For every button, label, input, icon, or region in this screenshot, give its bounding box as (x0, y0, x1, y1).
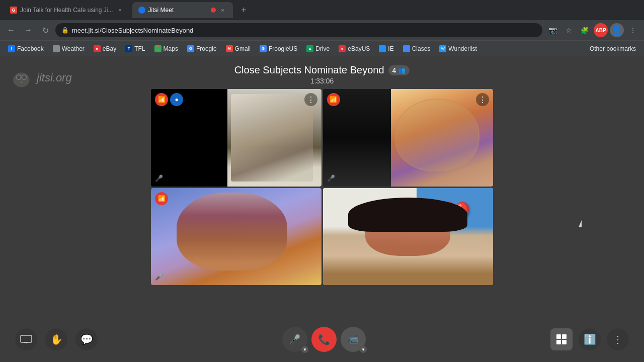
participant-count-badge[interactable]: 4 👥 (388, 65, 410, 75)
chat-button[interactable]: 💬 (75, 328, 98, 350)
adblock-icon[interactable]: ABP (594, 23, 608, 37)
meeting-title-text: Close Subjects Nominate Beyond (234, 64, 384, 76)
tab-jitsi-label: Jitsi Meet (148, 7, 208, 14)
svg-point-0 (13, 73, 29, 87)
hangup-icon: 📞 (318, 333, 331, 345)
address-bar[interactable]: 🔒 meet.jit.si/CloseSubjectsNominateBeyon… (55, 23, 542, 37)
share-screen-button[interactable] (15, 328, 37, 350)
video-cell-2: 📶 ⋮ 🎤 (323, 89, 494, 187)
more-options-button[interactable]: ⋮ (607, 328, 629, 350)
bookmark-ebayus[interactable]: e eBayUS (335, 44, 374, 53)
cell3-signal-icon: 📶 (155, 192, 168, 205)
mouse-cursor (579, 220, 585, 229)
extensions-icon[interactable]: 🧩 (578, 23, 592, 37)
cell2-signal-icon: 📶 (327, 93, 340, 106)
cell2-mic-off-icon: 🎤 (327, 174, 335, 182)
tab-jitsi-close[interactable]: × (219, 6, 227, 14)
tab-bar: G Join Talk for Health Cafe using Ji... … (0, 0, 644, 20)
cell2-more-button[interactable]: ⋮ (476, 93, 489, 106)
hangup-button[interactable]: 📞 (311, 327, 337, 352)
meeting-timer: 1:33:06 (310, 77, 334, 85)
toolbar-actions: 📷 ☆ 🧩 ABP 👤 ⋮ (545, 23, 640, 37)
bookmark-froogleus[interactable]: G FroogleUS (256, 44, 301, 53)
bookmark-froogle[interactable]: G Froogle (183, 44, 221, 53)
svg-rect-12 (562, 340, 567, 344)
tab-jitsi[interactable]: Jitsi Meet × (132, 2, 233, 18)
meeting-title-row: Close Subjects Nominate Beyond 4 👥 (234, 64, 410, 76)
toolbar-right: ℹ️ ⋮ (550, 328, 629, 350)
tab-gmail[interactable]: G Join Talk for Health Cafe using Ji... … (4, 2, 130, 18)
user-icon[interactable]: 👤 (610, 23, 624, 37)
bookmarks-bar: f Facebook Weather e eBay T TFL 📍 Maps G… (0, 40, 644, 56)
bookmark-ebay[interactable]: e eBay (90, 44, 120, 53)
bookmark-wunderlist[interactable]: W Wunderlist (435, 44, 480, 53)
camera-button[interactable]: 📹 ▼ (341, 327, 366, 352)
cell1-signal-icon: 📶 (155, 93, 168, 106)
camera-dropdown-arrow[interactable]: ▼ (360, 346, 367, 353)
participants-icon: 👥 (398, 67, 406, 74)
svg-point-3 (17, 75, 21, 79)
bookmark-facebook[interactable]: f Facebook (4, 44, 48, 53)
tab-gmail-label: Join Talk for Health Cafe using Ji... (20, 7, 113, 14)
info-button[interactable]: ℹ️ (579, 328, 601, 350)
browser-toolbar: ← → ↻ 🔒 meet.jit.si/CloseSubjectsNominat… (0, 20, 644, 40)
video-cell-3: 📶 🎤 (151, 188, 321, 286)
cell2-top-left-icons: 📶 (327, 93, 340, 106)
bookmark-drive[interactable]: ▲ Drive (302, 44, 334, 53)
raise-hand-button[interactable]: ✋ (45, 328, 67, 350)
bottom-toolbar: ✋ 💬 🎤 ▼ 📞 📹 ▼ (0, 317, 644, 362)
new-tab-button[interactable]: + (237, 3, 251, 17)
camera-toolbar-icon[interactable]: 📷 (545, 23, 559, 37)
forward-button[interactable]: → (21, 23, 35, 37)
bookmark-ie[interactable]: IE (375, 44, 397, 53)
svg-rect-6 (21, 335, 32, 342)
jitsi-page: jitsi.org Close Subjects Nominate Beyond… (0, 56, 644, 362)
url-text: meet.jit.si/CloseSubjectsNominateBeyond (72, 27, 193, 34)
video-cell-1: 📶 ● ⋮ 🎤 (151, 89, 321, 187)
camera-icon: 📹 (348, 334, 359, 345)
bookmark-maps[interactable]: 📍 Maps (150, 44, 182, 53)
cell1-top-right: ⋮ (304, 93, 317, 106)
tile-view-icon (556, 334, 567, 345)
svg-rect-11 (556, 340, 561, 344)
cell3-top-left-icons: 📶 (155, 192, 168, 205)
cell1-more-button[interactable]: ⋮ (304, 93, 317, 106)
bookmark-star-icon[interactable]: ☆ (561, 23, 576, 37)
reload-button[interactable]: ↻ (38, 23, 52, 37)
bookmark-other[interactable]: Other bookmarks (586, 44, 640, 53)
toolbar-center: 🎤 ▼ 📞 📹 ▼ (282, 327, 366, 352)
jitsi-logo: jitsi.org (10, 66, 72, 89)
mic-button[interactable]: 🎤 ▼ (282, 327, 307, 352)
cell1-mic-off-icon: 🎤 (155, 174, 163, 182)
toolbar-left: ✋ 💬 (15, 328, 98, 350)
cell3-bottom-left: 🎤 (155, 272, 163, 281)
bookmark-weather[interactable]: Weather (49, 44, 89, 53)
mic-muted-icon: 🎤 (289, 334, 300, 345)
bookmark-tfl[interactable]: T TFL (121, 44, 149, 53)
mic-dropdown-arrow[interactable]: ▼ (301, 346, 308, 353)
bookmark-gmail[interactable]: M Gmail (222, 44, 255, 53)
back-button[interactable]: ← (4, 23, 18, 37)
tab-gmail-close[interactable]: × (116, 6, 124, 14)
bookmark-clases[interactable]: Clases (399, 44, 435, 53)
menu-button[interactable]: ⋮ (626, 23, 640, 37)
browser-window: G Join Talk for Health Cafe using Ji... … (0, 0, 644, 56)
jitsi-owl-icon (10, 66, 33, 89)
svg-point-4 (22, 75, 26, 79)
svg-rect-9 (556, 334, 561, 339)
participant-count-number: 4 (392, 66, 396, 74)
video-cell-4: ❤️ (323, 188, 494, 286)
cell1-bottom-left: 🎤 (155, 173, 163, 183)
svg-rect-10 (562, 334, 567, 339)
cell1-top-left-icons: 📶 ● (155, 93, 183, 106)
screen-share-icon (20, 335, 32, 344)
cell2-top-right: ⋮ (476, 93, 489, 106)
video-grid: 📶 ● ⋮ 🎤 📶 ⋮ 🎤 (151, 89, 493, 285)
cell1-record-icon: ● (170, 93, 183, 106)
cell3-mic-off-icon: 🎤 (155, 273, 163, 281)
tile-view-button[interactable] (550, 328, 573, 350)
cell2-bottom-left: 🎤 (327, 173, 335, 183)
meeting-header: Close Subjects Nominate Beyond 4 👥 1:33:… (234, 56, 410, 85)
jitsi-logo-text: jitsi.org (37, 71, 72, 84)
